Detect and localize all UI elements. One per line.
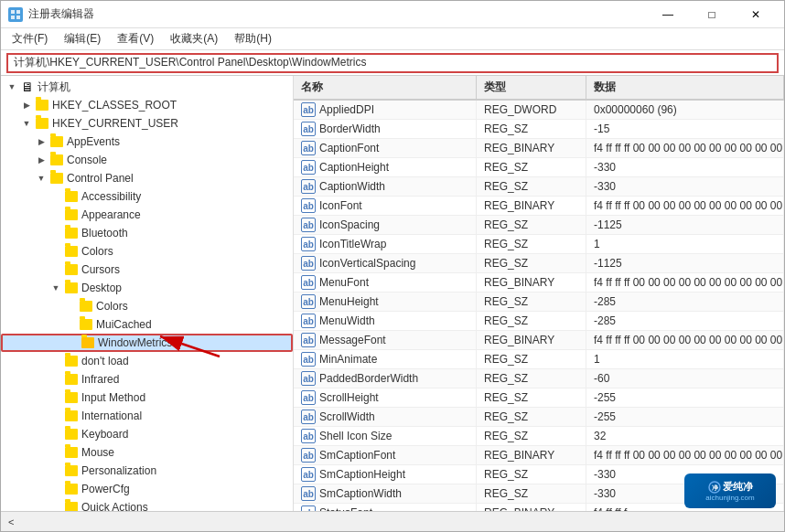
table-row[interactable]: ab IconTitleWrap REG_SZ 1 bbox=[294, 235, 784, 254]
tree-item-personalization[interactable]: ▶ Personalization bbox=[1, 462, 293, 480]
menu-help[interactable]: 帮助(H) bbox=[227, 29, 279, 48]
folder-icon-bluetooth bbox=[65, 228, 78, 239]
menu-file[interactable]: 文件(F) bbox=[5, 29, 55, 48]
tree-item-muicached[interactable]: ▶ MuiCached bbox=[1, 315, 293, 334]
table-row[interactable]: ab CaptionHeight REG_SZ -330 bbox=[294, 158, 784, 177]
reg-icon: ab bbox=[301, 122, 316, 136]
cell-name: ab ScrollHeight bbox=[294, 388, 477, 407]
reg-icon: ab bbox=[301, 198, 316, 213]
cell-name-text: MessageFont bbox=[319, 334, 386, 346]
table-row[interactable]: ab BorderWidth REG_SZ -15 bbox=[294, 120, 784, 139]
table-row[interactable]: ab CaptionWidth REG_SZ -330 bbox=[294, 177, 784, 197]
cell-name: ab SmCaptionHeight bbox=[294, 465, 477, 484]
folder-icon-input-method bbox=[65, 392, 78, 403]
tree-item-desktop[interactable]: ▼ Desktop bbox=[1, 279, 293, 297]
tree-item-console[interactable]: ▶ Console bbox=[1, 151, 293, 169]
tree-item-keyboard[interactable]: ▶ Keyboard bbox=[1, 425, 293, 443]
tree-item-hkey-current-user[interactable]: ▼ HKEY_CURRENT_USER bbox=[1, 114, 293, 133]
table-row[interactable]: ab AppliedDPI REG_DWORD 0x00000060 (96) bbox=[294, 101, 784, 120]
tree-item-infrared[interactable]: ▶ Infrared bbox=[1, 370, 293, 388]
minimize-button[interactable]: — bbox=[647, 2, 689, 27]
table-row[interactable]: ab Shell Icon Size REG_SZ 32 bbox=[294, 427, 784, 446]
tree-item-colors[interactable]: ▶ Colors bbox=[1, 242, 293, 261]
table-row[interactable]: ab ScrollHeight REG_SZ -255 bbox=[294, 388, 784, 408]
tree-item-desktop-colors[interactable]: ▶ Colors bbox=[1, 297, 293, 315]
table-row[interactable]: ab MenuHeight REG_SZ -285 bbox=[294, 293, 784, 312]
watermark-icon: 净 bbox=[708, 481, 721, 494]
cell-name-text: MenuHeight bbox=[319, 295, 379, 308]
folder-icon-accessibility bbox=[65, 191, 78, 202]
tree-item-cursors[interactable]: ▶ Cursors bbox=[1, 261, 293, 279]
reg-icon: ab bbox=[301, 314, 316, 328]
tree-label-mouse: Mouse bbox=[81, 446, 114, 459]
tree-item-bluetooth[interactable]: ▶ Bluetooth bbox=[1, 224, 293, 242]
cell-data: -60 bbox=[586, 369, 784, 388]
address-input[interactable]: 计算机\HKEY_CURRENT_USER\Control Panel\Desk… bbox=[6, 53, 779, 73]
folder-icon-windowmetrics bbox=[81, 337, 94, 348]
expand-arrow-appevents: ▶ bbox=[34, 134, 48, 149]
reg-icon: ab bbox=[301, 275, 316, 290]
cell-type: REG_SZ bbox=[477, 254, 586, 272]
table-row[interactable]: ab IconSpacing REG_SZ -1125 bbox=[294, 216, 784, 235]
reg-icon: ab bbox=[301, 256, 316, 271]
cell-name: ab StatusFont bbox=[294, 504, 477, 511]
cell-name: ab MenuHeight bbox=[294, 293, 477, 311]
table-row[interactable]: ab SmCaptionFont REG_BINARY f4 ff ff ff … bbox=[294, 446, 784, 465]
table-row[interactable]: ab IconVerticalSpacing REG_SZ -1125 bbox=[294, 254, 784, 273]
maximize-button[interactable]: □ bbox=[691, 2, 733, 27]
folder-icon-keyboard bbox=[65, 429, 78, 440]
status-text: < bbox=[8, 516, 14, 527]
menu-favorites[interactable]: 收藏夹(A) bbox=[163, 29, 225, 48]
main-content: ▼ 🖥 计算机 ▶ HKEY_CLASSES_ROOT ▼ HKEY_CU bbox=[1, 76, 784, 511]
table-row[interactable]: ab MinAnimate REG_SZ 1 bbox=[294, 350, 784, 369]
reg-icon: ab bbox=[301, 102, 316, 117]
cell-data: -1125 bbox=[586, 216, 784, 234]
table-header: 名称 类型 数据 bbox=[294, 76, 784, 101]
folder-icon-personalization bbox=[65, 465, 78, 476]
tree-item-input-method[interactable]: ▶ Input Method bbox=[1, 388, 293, 407]
tree-item-quick-actions[interactable]: ▶ Quick Actions bbox=[1, 498, 293, 511]
cell-data: f4 ff ff ff 00 00 00 00 00 00 00 00 00 0… bbox=[586, 273, 784, 292]
cell-data: -255 bbox=[586, 408, 784, 426]
cell-type: REG_SZ bbox=[477, 369, 586, 388]
tree-item-mouse[interactable]: ▶ Mouse bbox=[1, 443, 293, 462]
tree-item-control-panel[interactable]: ▼ Control Panel bbox=[1, 169, 293, 187]
table-row[interactable]: ab MenuFont REG_BINARY f4 ff ff ff 00 00… bbox=[294, 273, 784, 293]
tree-item-appearance[interactable]: ▶ Appearance bbox=[1, 206, 293, 224]
cell-data: -285 bbox=[586, 312, 784, 330]
cell-name: ab SmCaptionWidth bbox=[294, 484, 477, 503]
cell-name-text: SmCaptionFont bbox=[319, 449, 395, 462]
close-button[interactable]: ✕ bbox=[735, 2, 777, 27]
tree-item-computer[interactable]: ▼ 🖥 计算机 bbox=[1, 78, 293, 96]
cell-type: REG_BINARY bbox=[477, 331, 586, 349]
cell-data: -330 bbox=[586, 158, 784, 176]
tree-item-appevents[interactable]: ▶ AppEvents bbox=[1, 133, 293, 151]
menu-view[interactable]: 查看(V) bbox=[110, 29, 161, 48]
tree-label-computer: 计算机 bbox=[38, 80, 70, 95]
tree-item-dont-load[interactable]: ▶ don't load bbox=[1, 352, 293, 370]
tree-item-hkey-classes-root[interactable]: ▶ HKEY_CLASSES_ROOT bbox=[1, 96, 293, 114]
right-panel: 名称 类型 数据 ab AppliedDPI REG_DWORD 0x00000… bbox=[294, 76, 784, 511]
cell-name: ab SmCaptionFont bbox=[294, 446, 477, 464]
table-row[interactable]: ab IconFont REG_BINARY f4 ff ff ff 00 00… bbox=[294, 197, 784, 216]
table-row[interactable]: ab MenuWidth REG_SZ -285 bbox=[294, 312, 784, 331]
tree-label-bluetooth: Bluetooth bbox=[81, 227, 128, 239]
tree-item-powercfg[interactable]: ▶ PowerCfg bbox=[1, 480, 293, 498]
table-row[interactable]: ab CaptionFont REG_BINARY f4 ff ff ff 00… bbox=[294, 139, 784, 158]
svg-text:净: 净 bbox=[711, 484, 718, 491]
cell-name: ab ScrollWidth bbox=[294, 408, 477, 426]
table-row[interactable]: ab MessageFont REG_BINARY f4 ff ff ff 00… bbox=[294, 331, 784, 350]
cell-name: ab CaptionWidth bbox=[294, 177, 477, 196]
tree-item-accessibility[interactable]: ▶ Accessibility bbox=[1, 187, 293, 206]
cell-data: 32 bbox=[586, 427, 784, 445]
table-row[interactable]: ab PaddedBorderWidth REG_SZ -60 bbox=[294, 369, 784, 388]
reg-icon: ab bbox=[301, 429, 316, 443]
table-row[interactable]: ab ScrollWidth REG_SZ -255 bbox=[294, 408, 784, 427]
tree-item-windowmetrics[interactable]: ▶ WindowMetrics bbox=[1, 334, 293, 352]
menu-edit[interactable]: 编辑(E) bbox=[57, 29, 108, 48]
cell-name: ab CaptionFont bbox=[294, 139, 477, 157]
expand-arrow-computer: ▼ bbox=[5, 80, 19, 94]
cell-type: REG_SZ bbox=[477, 293, 586, 311]
cell-name-text: CaptionHeight bbox=[319, 161, 389, 174]
tree-item-international[interactable]: ▶ International bbox=[1, 407, 293, 425]
